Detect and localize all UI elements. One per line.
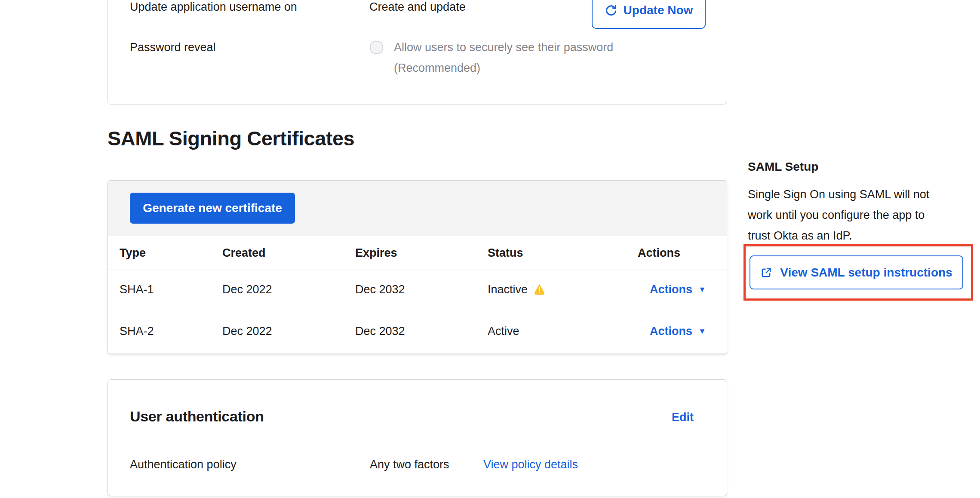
cell-created: Dec 2022 — [211, 325, 344, 338]
cell-type: SHA-1 — [108, 283, 211, 296]
column-header-status: Status — [476, 246, 626, 260]
cell-created: Dec 2022 — [211, 283, 344, 296]
generate-new-certificate-button[interactable]: Generate new certificate — [130, 193, 295, 224]
view-saml-label: View SAML setup instructions — [780, 266, 952, 280]
view-policy-details-link[interactable]: View policy details — [483, 458, 578, 471]
password-reveal-checkbox[interactable] — [370, 41, 383, 54]
saml-certificates-panel: Generate new certificate Type Created Ex… — [108, 180, 727, 354]
description-line: trust Okta as an IdP. — [748, 225, 963, 246]
warning-icon — [534, 284, 545, 295]
user-authentication-heading: User authentication — [130, 408, 264, 425]
actions-dropdown[interactable]: Actions ▼ — [626, 325, 727, 338]
update-now-button[interactable]: Update Now — [592, 0, 706, 29]
view-saml-setup-instructions-button[interactable]: View SAML setup instructions — [750, 255, 963, 289]
authentication-policy-value: Any two factors — [370, 458, 449, 471]
password-reveal-checkbox-note: (Recommended) — [394, 61, 480, 75]
column-header-created: Created — [211, 246, 344, 260]
update-now-label: Update Now — [624, 3, 693, 17]
provisioning-settings-card: Update application username on Create an… — [108, 0, 727, 105]
cell-status: Inactive — [476, 283, 626, 296]
table-row: SHA-2 Dec 2022 Dec 2032 Active Actions ▼ — [108, 309, 727, 354]
cell-type: SHA-2 — [108, 325, 211, 338]
certificates-table: Type Created Expires Status Actions SHA-… — [108, 236, 727, 354]
description-line: Single Sign On using SAML will not — [748, 184, 963, 205]
cell-expires: Dec 2032 — [344, 283, 476, 296]
status-text: Inactive — [488, 283, 528, 296]
refresh-icon — [605, 4, 617, 17]
password-reveal-checkbox-label: Allow users to securely see their passwo… — [394, 41, 613, 54]
chevron-down-icon: ▼ — [698, 285, 706, 294]
saml-certificates-heading: SAML Signing Certificates — [108, 126, 354, 150]
table-header-row: Type Created Expires Status Actions — [108, 236, 727, 270]
cell-status: Active — [476, 325, 626, 338]
actions-dropdown[interactable]: Actions ▼ — [626, 283, 727, 296]
chevron-down-icon: ▼ — [698, 327, 706, 336]
user-authentication-card: User authentication Edit Authentication … — [108, 379, 727, 496]
description-line: work until you configure the app to — [748, 205, 963, 225]
actions-label: Actions — [650, 325, 692, 338]
authentication-policy-label: Authentication policy — [130, 458, 237, 471]
column-header-actions: Actions — [626, 246, 727, 260]
column-header-expires: Expires — [344, 246, 476, 260]
update-username-label: Update application username on — [130, 0, 297, 14]
update-username-value: Create and update — [369, 0, 466, 14]
password-reveal-label: Password reveal — [130, 41, 216, 54]
saml-setup-heading: SAML Setup — [748, 160, 818, 174]
edit-link[interactable]: Edit — [672, 411, 694, 424]
column-header-type: Type — [108, 246, 211, 260]
saml-setup-description: Single Sign On using SAML will not work … — [748, 184, 963, 246]
cell-expires: Dec 2032 — [344, 325, 476, 338]
certificates-toolbar: Generate new certificate — [108, 181, 727, 236]
table-row: SHA-1 Dec 2022 Dec 2032 Inactive Actions… — [108, 270, 727, 309]
external-link-icon — [760, 267, 772, 279]
actions-label: Actions — [650, 283, 692, 296]
